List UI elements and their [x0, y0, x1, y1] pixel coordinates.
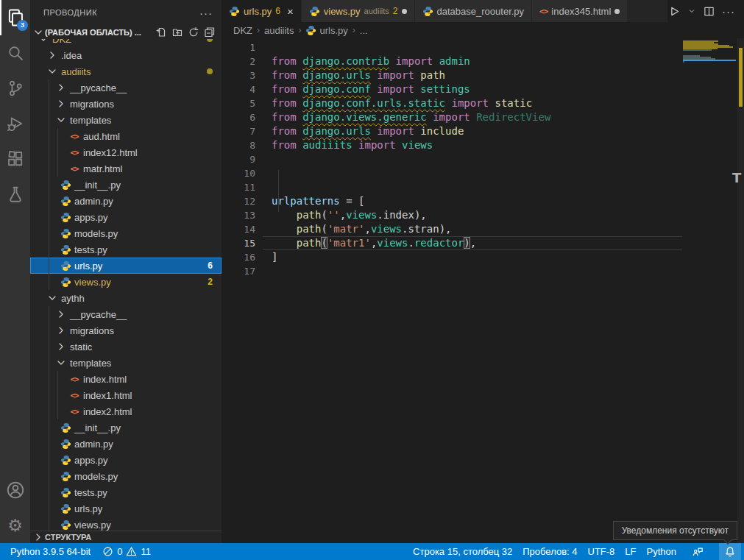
tree-item-migrations[interactable]: migrations [30, 322, 222, 339]
tree-item-models.py[interactable]: models.py [30, 225, 222, 241]
line-number[interactable]: 13 [222, 208, 255, 222]
tree-item-admin.py[interactable]: admin.py [30, 436, 222, 452]
line-number[interactable]: 10 [222, 166, 255, 180]
status-language-mode[interactable]: Python [647, 546, 676, 557]
tree-item-index.html[interactable]: <>index.html [30, 371, 222, 387]
code-line-17[interactable]: 17 [222, 264, 744, 278]
code-line-16[interactable]: 16] [222, 250, 744, 264]
tree-item-views.py[interactable]: views.py2 [30, 274, 222, 290]
line-number[interactable]: 16 [222, 250, 255, 264]
activity-settings-button[interactable]: ⚙ [0, 508, 30, 543]
activity-search-button[interactable] [0, 35, 30, 71]
code-editor[interactable]: 12from django.contrib import admin3from … [222, 38, 744, 543]
activity-extensions-button[interactable] [0, 141, 30, 177]
new-file-icon[interactable] [155, 26, 167, 38]
line-number[interactable]: 14 [222, 222, 255, 236]
line-number[interactable]: 11 [222, 180, 255, 194]
tab-database_roouter.py[interactable]: database_roouter.py [415, 0, 533, 22]
code-line-15[interactable]: 15 path('matr1',views.redactor), [222, 236, 744, 250]
code-line-1[interactable]: 1 [222, 40, 744, 54]
activity-testing-button[interactable] [0, 177, 30, 212]
tree-item-matr.html[interactable]: <>matr.html [30, 160, 222, 177]
minimap[interactable] [683, 39, 734, 127]
line-number[interactable]: 1 [222, 40, 255, 54]
tree-item-__pycache__[interactable]: __pycache__ [30, 306, 222, 322]
status-problems[interactable]: 011 [102, 546, 151, 557]
tree-item-static[interactable]: static [30, 339, 222, 355]
split-editor-button[interactable] [704, 6, 715, 17]
line-number[interactable]: 17 [222, 264, 255, 278]
tree-item-admin.py[interactable]: admin.py [30, 193, 222, 209]
status-cursor-position[interactable]: Строка 15, столбец 32 [413, 546, 512, 557]
workspace-section-header[interactable]: (РАБОЧАЯ ОБЛАСТЬ) ... [30, 25, 222, 39]
activity-run-and-debug-button[interactable] [0, 106, 30, 141]
tree-item-index12.html[interactable]: <>index12.html [30, 144, 222, 160]
new-folder-icon[interactable] [171, 26, 183, 38]
code-line-11[interactable]: 11 [222, 180, 744, 194]
tree-item-.idea[interactable]: .idea [30, 47, 222, 63]
sidebar-more-actions-icon[interactable]: ··· [199, 7, 213, 19]
tab-index345.html[interactable]: <>index345.html [532, 0, 628, 22]
line-number[interactable]: 6 [222, 110, 255, 124]
refresh-icon[interactable] [188, 26, 199, 38]
tree-item-audiiits[interactable]: audiiits [30, 63, 222, 79]
tree-item-apps.py[interactable]: apps.py [30, 209, 222, 225]
code-line-9[interactable]: 9 [222, 152, 744, 166]
scrollbar[interactable] [736, 38, 744, 543]
breadcrumb-item-urls.py[interactable]: urls.py [305, 25, 347, 36]
status-encoding[interactable]: UTF-8 [588, 546, 615, 557]
line-number[interactable]: 5 [222, 96, 255, 110]
code-line-2[interactable]: 2from django.contrib import admin [222, 54, 744, 68]
line-number[interactable]: 2 [222, 54, 255, 68]
outline-section-header[interactable]: СТРУКТУРА [30, 531, 222, 543]
status-bell[interactable] [719, 543, 741, 560]
collapse-all-icon[interactable] [204, 26, 216, 38]
run-button[interactable] [667, 5, 680, 18]
line-number[interactable]: 3 [222, 68, 255, 82]
run-dropdown-chevron-icon[interactable] [687, 7, 696, 15]
tree-item-aythh[interactable]: aythh [30, 290, 222, 306]
tree-item-index2.html[interactable]: <>index2.html [30, 403, 222, 419]
code-line-14[interactable]: 14 path('matr',views.stran), [222, 222, 744, 236]
tab-urls.py[interactable]: urls.py6× [222, 0, 302, 22]
tree-item-templates[interactable]: templates [30, 355, 222, 371]
status-indentation[interactable]: Пробелов: 4 [522, 546, 577, 557]
status-python-interpreter[interactable]: Python 3.9.5 64-bit [10, 546, 91, 557]
tree-item-views.py[interactable]: views.py [30, 517, 222, 531]
code-line-8[interactable]: 8from audiiits import views [222, 138, 744, 152]
line-number[interactable]: 4 [222, 82, 255, 96]
activity-account-button[interactable] [0, 472, 30, 508]
breadcrumb-symbol-tail[interactable]: ... [360, 25, 368, 36]
tree-item-index1.html[interactable]: <>index1.html [30, 387, 222, 403]
code-line-12[interactable]: 12urlpatterns = [ [222, 194, 744, 208]
code-line-6[interactable]: 6from django.views.generic import Redire… [222, 110, 744, 124]
tree-item-models.py[interactable]: models.py [30, 468, 222, 484]
code-line-5[interactable]: 5from django.conf.urls.static import sta… [222, 96, 744, 110]
tab-views.py[interactable]: views.pyaudiiits2 [302, 0, 415, 22]
tree-item-urls.py[interactable]: urls.py [30, 500, 222, 517]
close-icon[interactable]: × [287, 6, 294, 17]
activity-source-control-button[interactable] [0, 71, 30, 106]
line-number[interactable]: 15 [222, 236, 255, 250]
tree-item-DKZ[interactable]: DKZ [30, 39, 222, 47]
code-line-3[interactable]: 3from django.urls import path [222, 68, 744, 82]
code-line-4[interactable]: 4from django.conf import settings [222, 82, 744, 96]
tree-item-aud.html[interactable]: <>aud.html [30, 128, 222, 144]
tree-item-templates[interactable]: templates [30, 112, 222, 128]
code-line-7[interactable]: 7from django.urls import include [222, 124, 744, 138]
code-line-13[interactable]: 13 path('',views.index), [222, 208, 744, 222]
line-number[interactable]: 12 [222, 194, 255, 208]
tree-item-migrations[interactable]: migrations [30, 96, 222, 112]
activity-explorer-button[interactable]: 3 [0, 0, 30, 35]
tree-item-tests.py[interactable]: tests.py [30, 241, 222, 258]
line-number[interactable]: 8 [222, 138, 255, 152]
tree-item-__init__.py[interactable]: __init__.py [30, 419, 222, 436]
editor-more-actions-icon[interactable]: ··· [722, 5, 735, 18]
tree-item-apps.py[interactable]: apps.py [30, 452, 222, 468]
tree-item-urls.py[interactable]: urls.py6 [30, 258, 222, 274]
breadcrumb-item-audiiits[interactable]: audiiits [264, 25, 294, 36]
code-line-10[interactable]: 10 [222, 166, 744, 180]
breadcrumb-item-DKZ[interactable]: DKZ [233, 25, 252, 36]
tree-item-tests.py[interactable]: tests.py [30, 484, 222, 500]
status-feedback[interactable] [687, 543, 709, 560]
